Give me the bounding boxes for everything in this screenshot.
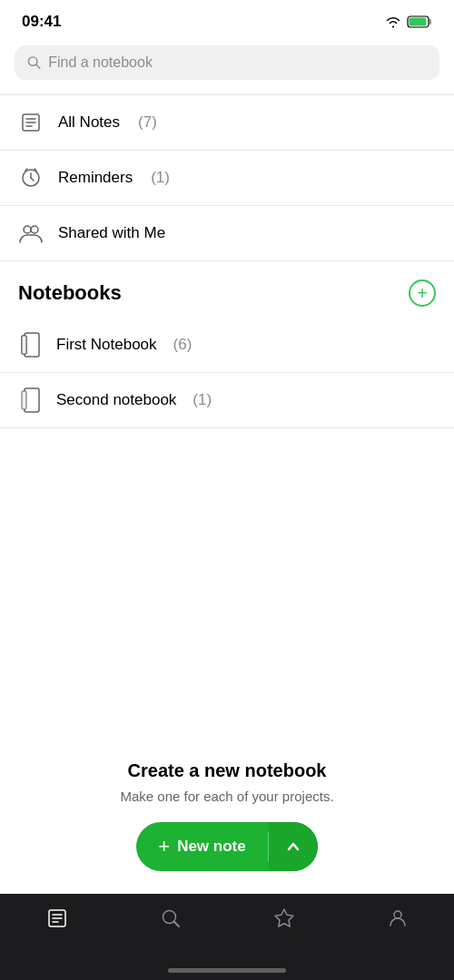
status-time: 09:41 [22,13,61,31]
search-input[interactable] [48,54,427,71]
reminders-label: Reminders [58,169,133,187]
notebook-item-first[interactable]: First Notebook (6) [0,318,454,373]
reminders-icon [18,165,44,191]
wifi-icon [385,16,401,28]
cta-subtitle: Make one for each of your projects. [18,789,436,804]
nav-item-shared[interactable]: Shared with Me [0,206,454,261]
tab-account[interactable] [370,906,425,930]
new-note-expand[interactable] [269,822,318,871]
search-tab-icon [159,906,183,930]
svg-marker-27 [275,909,293,926]
second-notebook-label: Second notebook [56,391,176,409]
tab-search[interactable] [143,906,198,930]
add-notebook-button[interactable]: + [409,279,436,307]
new-note-label: New note [177,838,246,856]
nav-list: All Notes (7) Reminders (1) Shared with … [0,94,454,261]
reminders-count: (1) [151,169,170,187]
shared-icon [18,220,44,246]
svg-line-11 [31,178,34,181]
second-notebook-count: (1) [192,391,212,409]
nav-item-reminders[interactable]: Reminders (1) [0,151,454,206]
bottom-cta: Create a new notebook Make one for each … [0,742,454,889]
svg-point-28 [394,911,401,918]
tab-notes[interactable] [30,906,84,930]
svg-rect-1 [429,19,432,24]
all-notes-count: (7) [138,113,157,132]
all-notes-label: All Notes [58,113,120,132]
svg-point-15 [31,226,38,233]
tab-bar [0,894,454,980]
notebook-icon-first [18,330,44,359]
status-bar: 09:41 [0,0,454,38]
notebooks-title: Notebooks [18,281,122,305]
first-notebook-label: First Notebook [56,336,157,354]
search-bar[interactable] [15,45,439,80]
tab-favorites[interactable] [257,906,311,930]
svg-point-14 [24,226,31,233]
chevron-up-icon [287,840,300,853]
home-indicator [168,968,286,973]
star-tab-icon [272,906,296,930]
new-note-container: + New note [18,822,436,871]
status-icons [385,15,432,28]
all-notes-icon [18,110,44,135]
notebooks-section-header: Notebooks + [0,261,454,318]
notebook-icon-second [18,386,44,415]
shared-label: Shared with Me [58,224,165,242]
account-tab-icon [386,906,410,930]
nav-item-all-notes[interactable]: All Notes (7) [0,95,454,151]
new-note-main: + New note [136,822,267,871]
svg-line-4 [36,64,40,68]
new-note-button[interactable]: + New note [136,822,317,871]
search-bar-icon [27,55,41,70]
cta-title: Create a new notebook [18,760,436,781]
notebook-item-second[interactable]: Second notebook (1) [0,373,454,428]
battery-icon [407,15,432,28]
notes-tab-icon [45,906,69,930]
notebooks-list: First Notebook (6) Second notebook (1) [0,318,454,428]
svg-rect-20 [22,391,26,409]
first-notebook-count: (6) [173,336,192,354]
new-note-plus-icon: + [158,835,170,858]
svg-line-26 [173,922,179,927]
svg-rect-18 [22,336,26,354]
svg-rect-2 [410,18,427,26]
